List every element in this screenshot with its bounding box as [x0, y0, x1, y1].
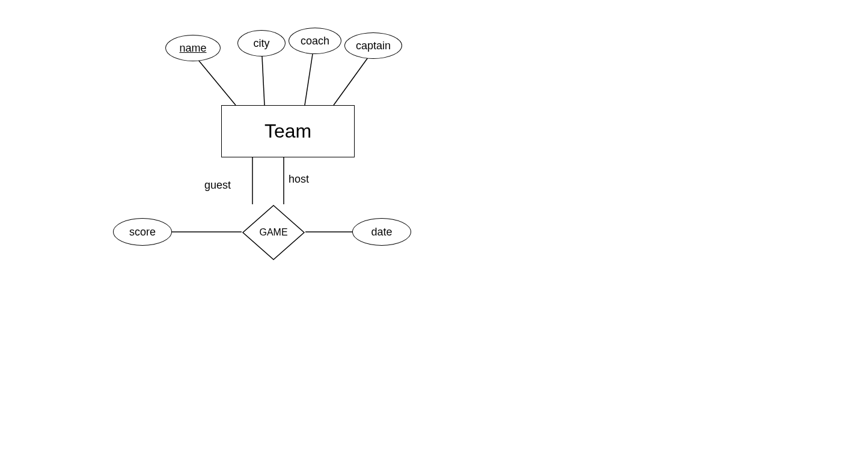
attribute-name: name — [165, 35, 221, 61]
svg-line-2 — [305, 54, 313, 105]
entity-team-label: Team — [264, 120, 311, 142]
attribute-city-label: city — [254, 37, 270, 50]
relationship-game-label: GAME — [259, 227, 287, 238]
attribute-name-label: name — [179, 42, 206, 55]
role-guest: guest — [204, 179, 231, 192]
entity-team: Team — [221, 105, 355, 157]
role-host: host — [289, 173, 309, 186]
attribute-coach-label: coach — [301, 35, 329, 47]
attribute-captain: captain — [344, 32, 402, 59]
svg-line-0 — [198, 60, 236, 105]
er-diagram: name city coach captain Team guest host … — [0, 0, 868, 471]
attribute-score: score — [113, 218, 172, 246]
svg-line-3 — [334, 58, 368, 105]
attribute-date: date — [352, 218, 411, 246]
svg-line-1 — [262, 56, 264, 105]
attribute-city: city — [237, 30, 286, 56]
attribute-coach: coach — [289, 28, 341, 54]
attribute-score-label: score — [129, 226, 156, 239]
attribute-date-label: date — [371, 226, 392, 239]
relationship-game: GAME — [242, 204, 305, 261]
attribute-captain-label: captain — [356, 40, 391, 52]
